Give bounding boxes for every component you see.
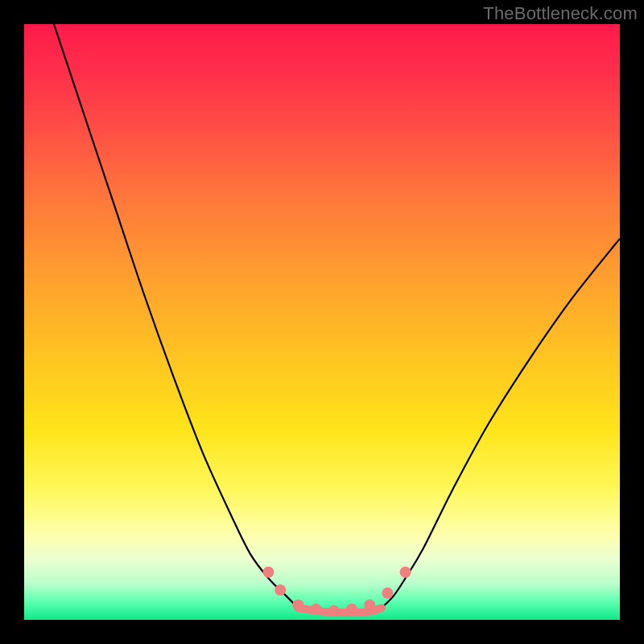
valley-marker	[328, 605, 340, 617]
plot-area	[24, 24, 620, 620]
valley-marker	[311, 604, 322, 615]
left-branch-curve	[54, 24, 298, 608]
valley-marker	[346, 604, 357, 615]
valley-marker	[400, 567, 411, 578]
watermark-text: TheBottleneck.com	[483, 3, 638, 24]
valley-marker	[275, 584, 286, 596]
valley-marker	[262, 567, 274, 578]
curve-layer	[24, 24, 620, 620]
chart-frame: TheBottleneck.com	[0, 0, 644, 644]
valley-marker	[292, 600, 303, 611]
valley-marker	[364, 600, 375, 611]
valley-marker	[382, 588, 393, 599]
right-branch-curve	[382, 238, 620, 608]
marker-group	[262, 567, 411, 617]
